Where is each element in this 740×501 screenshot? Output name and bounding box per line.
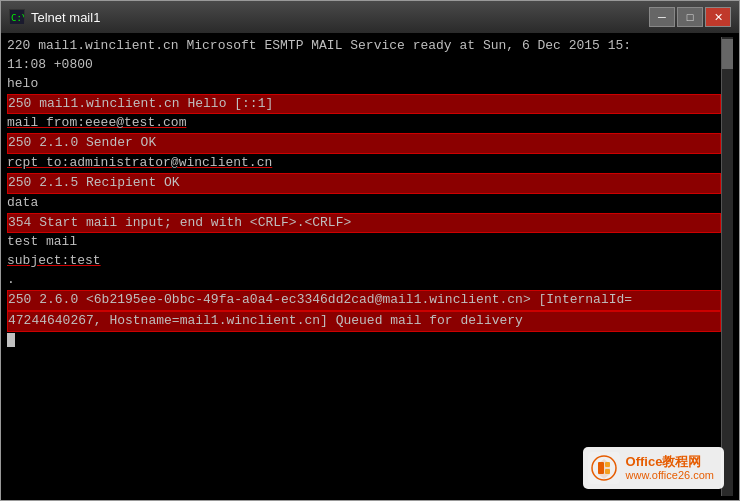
svg-text:C:\: C:\ — [11, 13, 24, 23]
svg-rect-7 — [605, 469, 610, 474]
svg-rect-6 — [605, 462, 610, 467]
window: C:\ Telnet mail1 ─ □ ✕ 220 mail1.winclie… — [0, 0, 740, 501]
window-title: Telnet mail1 — [31, 10, 100, 25]
terminal-line-2: 11:08 +0800 — [7, 56, 721, 75]
terminal-line-7: rcpt to:administrator@winclient.cn — [7, 154, 721, 173]
title-bar-controls: ─ □ ✕ — [649, 7, 731, 27]
watermark-site-url: www.office26.com — [626, 469, 714, 482]
close-button[interactable]: ✕ — [705, 7, 731, 27]
scrollbar-thumb[interactable] — [722, 39, 733, 69]
minimize-button[interactable]: ─ — [649, 7, 675, 27]
terminal-line-14: 250 2.6.0 <6b2195ee-0bbc-49fa-a0a4-ec334… — [7, 290, 721, 311]
terminal-line-5: mail from:eeee@test.com — [7, 114, 721, 133]
maximize-button[interactable]: □ — [677, 7, 703, 27]
terminal-line-15: 47244640267, Hostname=mail1.winclient.cn… — [7, 311, 721, 332]
title-bar: C:\ Telnet mail1 ─ □ ✕ — [1, 1, 739, 33]
terminal-line-10: 354 Start mail input; end with <CRLF>.<C… — [7, 213, 721, 234]
office-logo-icon — [588, 452, 620, 484]
watermark-site-name: Office教程网 — [626, 454, 714, 470]
terminal-line-16 — [7, 332, 721, 351]
terminal-area: 220 mail1.winclient.cn Microsoft ESMTP M… — [1, 33, 739, 500]
terminal-line-13: . — [7, 271, 721, 290]
terminal-content: 220 mail1.winclient.cn Microsoft ESMTP M… — [7, 37, 721, 496]
title-bar-left: C:\ Telnet mail1 — [9, 9, 100, 25]
terminal-line-8: 250 2.1.5 Recipient OK — [7, 173, 721, 194]
terminal-line-1: 220 mail1.winclient.cn Microsoft ESMTP M… — [7, 37, 721, 56]
terminal-icon: C:\ — [9, 9, 25, 25]
terminal-line-6: 250 2.1.0 Sender OK — [7, 133, 721, 154]
scrollbar[interactable] — [721, 37, 733, 496]
terminal-line-4: 250 mail1.winclient.cn Hello [::1] — [7, 94, 721, 115]
watermark-text: Office教程网 www.office26.com — [626, 454, 714, 483]
terminal-line-3: helo — [7, 75, 721, 94]
cursor — [7, 333, 15, 347]
terminal-line-9: data — [7, 194, 721, 213]
terminal-line-11: test mail — [7, 233, 721, 252]
watermark: Office教程网 www.office26.com — [583, 447, 724, 489]
svg-rect-5 — [598, 462, 604, 474]
terminal-line-12: subject:test — [7, 252, 721, 271]
